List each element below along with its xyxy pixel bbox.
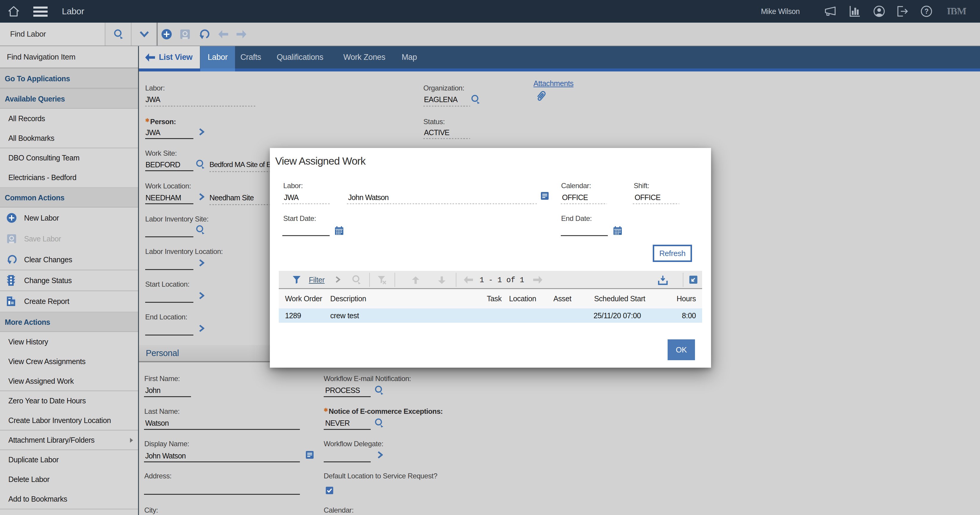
- sidebar-header-go-to-applications[interactable]: Go To Applications: [0, 68, 138, 88]
- default-location-checkbox[interactable]: [326, 487, 333, 494]
- dialog-labor-description[interactable]: John Watson: [348, 193, 388, 202]
- attachments-link[interactable]: Attachments: [533, 79, 574, 88]
- organization-value[interactable]: EAGLENA: [424, 95, 458, 104]
- sidebar-item-change-status[interactable]: Change Status: [0, 270, 138, 291]
- workflow-delegate-detail-chevron-icon[interactable]: [377, 451, 383, 458]
- col-work-order[interactable]: Work Order: [285, 289, 322, 308]
- clear-filter-icon[interactable]: [377, 276, 387, 285]
- sidebar-header-common-actions[interactable]: Common Actions: [0, 187, 138, 207]
- labor-inventory-location-detail-chevron-icon[interactable]: [199, 259, 204, 266]
- ecommerce-exceptions-lookup-icon[interactable]: [375, 418, 384, 428]
- menu-icon[interactable]: [33, 6, 48, 17]
- col-task[interactable]: Task: [457, 289, 501, 308]
- reports-icon[interactable]: [850, 6, 860, 17]
- save-record-button[interactable]: [180, 29, 190, 40]
- start-location-detail-chevron-icon[interactable]: [199, 292, 204, 299]
- sidebar-item-dbo-consulting-team[interactable]: DBO Consulting Team: [0, 148, 138, 167]
- next-record-button[interactable]: [236, 30, 247, 39]
- col-location[interactable]: Location: [509, 289, 536, 308]
- sidebar-item-view-crew-assignments[interactable]: View Crew Assignments: [0, 352, 138, 371]
- person-value[interactable]: JWA: [145, 128, 160, 137]
- query-menu-button[interactable]: [132, 22, 157, 46]
- previous-record-button[interactable]: [218, 30, 229, 39]
- sidebar-header-available-queries[interactable]: Available Queries: [0, 88, 138, 108]
- address-underline[interactable]: [144, 494, 300, 495]
- dialog-end-date-calendar-icon[interactable]: [613, 226, 622, 235]
- end-location-underline[interactable]: [145, 335, 193, 335]
- dialog-start-date-calendar-icon[interactable]: [335, 226, 344, 235]
- organization-lookup-icon[interactable]: [471, 95, 480, 104]
- sidebar-item-all-records[interactable]: All Records: [0, 108, 138, 128]
- start-location-underline[interactable]: [145, 302, 193, 303]
- tab-map[interactable]: Map: [402, 46, 417, 69]
- clear-changes-button[interactable]: [199, 29, 210, 40]
- sidebar-item-save-labor[interactable]: Save Labor: [0, 228, 138, 249]
- help-icon[interactable]: ?: [921, 6, 932, 17]
- profile-icon[interactable]: [873, 6, 885, 17]
- filter-icon[interactable]: [293, 276, 301, 284]
- sidebar-header-more-actions[interactable]: More Actions: [0, 312, 138, 332]
- tab-qualifications[interactable]: Qualifications: [277, 46, 323, 69]
- filter-link[interactable]: Filter: [309, 276, 325, 284]
- download-icon[interactable]: [658, 275, 668, 285]
- sidebar-item-view-assigned-work[interactable]: View Assigned Work: [0, 371, 138, 391]
- user-name[interactable]: Mike Wilson: [761, 0, 800, 22]
- last-name-value[interactable]: Watson: [145, 419, 169, 427]
- ecommerce-exceptions-value[interactable]: NEVER: [325, 419, 350, 427]
- display-name-longdesc-icon[interactable]: [306, 451, 313, 459]
- sidebar-item-duplicate-labor[interactable]: Duplicate Labor: [0, 450, 138, 469]
- tab-list-view[interactable]: List View: [139, 46, 200, 69]
- home-icon[interactable]: [8, 5, 20, 17]
- announcements-icon[interactable]: [825, 6, 836, 16]
- sidebar-item-electricians-bedford[interactable]: Electricians - Bedford: [0, 167, 138, 187]
- dialog-shift-value[interactable]: OFFICE: [635, 193, 660, 202]
- col-description[interactable]: Description: [330, 289, 366, 308]
- workflow-email-lookup-icon[interactable]: [375, 386, 384, 395]
- work-site-value[interactable]: BEDFORD: [145, 161, 180, 169]
- tab-labor[interactable]: Labor: [200, 46, 235, 69]
- sidebar-item-new-labor[interactable]: New Labor: [0, 207, 138, 228]
- dialog-labor-value[interactable]: JWA: [284, 193, 298, 202]
- move-up-icon[interactable]: [411, 276, 420, 285]
- tab-work-zones[interactable]: Work Zones: [343, 46, 385, 69]
- sidebar-item-view-history[interactable]: View History: [0, 332, 138, 352]
- cell-scheduled-start[interactable]: 25/11/20 07:00: [593, 308, 641, 323]
- logout-icon[interactable]: [897, 6, 908, 17]
- sidebar-item-attachment-library-folders[interactable]: Attachment Library/Folders: [0, 430, 138, 450]
- find-search-button[interactable]: [106, 22, 132, 46]
- find-record-input[interactable]: Find Labor: [0, 22, 105, 46]
- sidebar-item-delete-labor[interactable]: Delete Labor: [0, 469, 138, 489]
- grid-search-icon[interactable]: [352, 275, 361, 285]
- labor-inventory-location-underline[interactable]: [145, 269, 193, 270]
- grid-row[interactable]: 1289 crew test 25/11/20 07:00 8:00: [279, 308, 702, 323]
- end-location-detail-chevron-icon[interactable]: [199, 325, 204, 332]
- person-detail-chevron-icon[interactable]: [199, 128, 204, 136]
- ok-button[interactable]: OK: [668, 340, 695, 360]
- col-scheduled-start[interactable]: Scheduled Start: [594, 289, 645, 308]
- col-asset[interactable]: Asset: [554, 289, 571, 308]
- labor-inventory-site-lookup-icon[interactable]: [196, 225, 205, 234]
- next-page-icon[interactable]: [533, 276, 543, 284]
- move-down-icon[interactable]: [437, 276, 447, 285]
- sidebar-item-add-to-bookmarks[interactable]: Add to Bookmarks: [0, 489, 138, 509]
- labor-inventory-site-underline[interactable]: [145, 236, 193, 237]
- dialog-end-date-input[interactable]: [561, 235, 608, 236]
- labor-value[interactable]: JWA: [145, 95, 160, 104]
- sidebar-item-all-bookmarks[interactable]: All Bookmarks: [0, 128, 138, 148]
- filter-expand-chevron-icon[interactable]: [336, 276, 340, 283]
- sidebar-item-create-labor-inventory-location[interactable]: Create Labor Inventory Location: [0, 410, 138, 430]
- tab-crafts[interactable]: Crafts: [240, 46, 261, 69]
- work-location-value[interactable]: NEEDHAM: [145, 193, 181, 202]
- dialog-start-date-input[interactable]: [282, 235, 329, 236]
- workflow-email-value[interactable]: PROCESS: [325, 386, 360, 395]
- sidebar-item-zero-year-to-date-hours[interactable]: Zero Year to Date Hours: [0, 391, 138, 410]
- sidebar-item-clear-changes[interactable]: Clear Changes: [0, 249, 138, 270]
- refresh-button[interactable]: Refresh: [653, 245, 692, 262]
- dialog-calendar-value[interactable]: OFFICE: [562, 193, 588, 202]
- cell-description[interactable]: crew test: [330, 308, 359, 323]
- workflow-delegate-underline[interactable]: [324, 461, 371, 462]
- cell-work-order[interactable]: 1289: [285, 308, 301, 323]
- col-hours[interactable]: Hours: [648, 289, 696, 308]
- work-location-detail-chevron-icon[interactable]: [199, 193, 204, 200]
- dialog-labor-longdesc-icon[interactable]: [541, 192, 549, 200]
